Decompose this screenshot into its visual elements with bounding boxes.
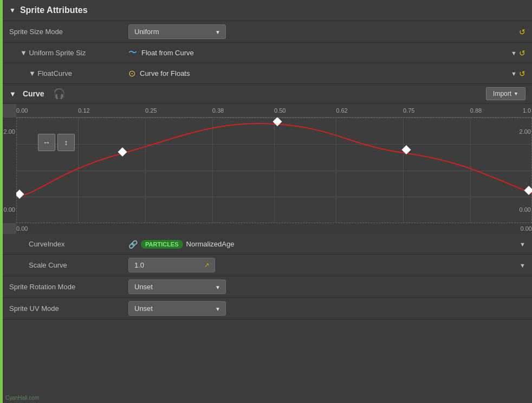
y-label-right-top: 2.00 — [520, 128, 531, 135]
sprite-uv-mode-label: Sprite UV Mode — [9, 304, 128, 313]
curve-index-row: CurveIndex 🔗 PARTICLES NormalizedAge ▼ — [3, 234, 532, 255]
scale-curve-row: Scale Curve 1.0 ↗ ▼ — [3, 255, 532, 276]
sprite-rotation-mode-dropdown[interactable]: Unset — [128, 280, 226, 294]
curve-path — [16, 123, 532, 196]
x-label-1: 1.0 — [523, 107, 531, 114]
sprite-uv-mode-dropdown[interactable]: Unset — [128, 301, 226, 316]
uniform-sprite-size-text: Uniform Sprite Siz — [29, 49, 86, 57]
curve-header-row: ▼ Curve 🎧 Import — [3, 84, 532, 104]
curve-index-text: NormalizedAge — [186, 240, 235, 248]
link-icon: 🔗 — [128, 240, 138, 249]
uniform-sprite-size-dropdown-icon[interactable]: ▼ — [511, 50, 517, 56]
x-label-088: 0.88 — [470, 107, 482, 114]
uniform-sprite-size-value: 〜 Float from Curve — [128, 47, 511, 58]
bottom-label-left: 0.00 — [16, 225, 28, 232]
float-from-curve-text: Float from Curve — [141, 49, 194, 57]
collapse-arrow-icon[interactable]: ▼ — [9, 6, 16, 14]
sprite-size-mode-row: Sprite Size Mode Uniform ↺ — [3, 21, 532, 43]
x-label-050: 0.50 — [274, 107, 286, 114]
float-curve-arrow[interactable]: ▼ — [29, 69, 37, 77]
curve-for-floats-text: Curve for Floats — [140, 69, 190, 77]
scale-curve-input[interactable]: 1.0 ↗ — [128, 258, 215, 272]
sprite-size-mode-label: Sprite Size Mode — [9, 28, 128, 36]
x-axis-labels: 0.00 0.12 0.25 0.38 0.50 0.62 0.75 0.88 … — [16, 104, 532, 118]
x-label-0: 0.00 — [16, 107, 28, 114]
graph-area[interactable]: 2.00 0.00 2.00 0.00 — [3, 118, 532, 223]
float-curve-dropdown-icon[interactable]: ▼ — [511, 70, 517, 77]
y-label-left-bottom: 0.00 — [4, 206, 15, 213]
curve-index-label: CurveIndex — [9, 240, 128, 248]
sprite-size-mode-reset-icon[interactable]: ↺ — [519, 28, 525, 36]
scale-curve-dropdown-icon[interactable]: ▼ — [520, 262, 525, 269]
bottom-label-right: 0.00 — [521, 225, 532, 232]
scale-curve-label: Scale Curve — [9, 261, 128, 269]
float-curve-icon: 〜 — [128, 47, 137, 58]
float-curve-value: ⊙ Curve for Floats — [128, 68, 511, 79]
main-panel: ▼ Sprite Attributes Sprite Size Mode Uni… — [0, 0, 532, 403]
sprite-uv-mode-dropdown-wrapper: Unset — [128, 301, 226, 316]
float-curve-label: ▼ FloatCurve — [9, 69, 128, 77]
x-label-062: 0.62 — [336, 107, 347, 114]
content-area: ▼ Sprite Attributes Sprite Size Mode Uni… — [3, 0, 532, 320]
watermark: CyanHall.com — [5, 395, 39, 401]
sprite-size-mode-value: Uniform — [128, 24, 519, 39]
scale-curve-value: 1.0 ↗ — [128, 258, 520, 272]
float-curve-reset-icon[interactable]: ↺ — [519, 69, 525, 78]
bottom-axis: 0.00 0.00 — [16, 223, 532, 234]
x-label-012: 0.12 — [78, 107, 89, 114]
sprite-attributes-header: ▼ Sprite Attributes — [3, 0, 532, 21]
particles-badge: PARTICLES — [141, 240, 183, 249]
y-axis-left: 2.00 0.00 — [3, 118, 16, 223]
section-title: Sprite Attributes — [20, 5, 88, 15]
sprite-rotation-mode-value: Unset — [128, 280, 525, 294]
uniform-sprite-size-row: ▼ Uniform Sprite Siz 〜 Float from Curve … — [3, 43, 532, 63]
float-curve-text: FloatCurve — [37, 69, 72, 77]
x-label-038: 0.38 — [212, 107, 224, 114]
zoom-vertical-button[interactable]: ↕ — [57, 134, 75, 151]
float-curve-row: ▼ FloatCurve ⊙ Curve for Floats ▼ ↺ — [3, 63, 532, 84]
y-label-right-bottom: 0.00 — [520, 206, 531, 213]
x-label-025: 0.25 — [145, 107, 157, 114]
sprite-size-mode-dropdown[interactable]: Uniform — [128, 24, 226, 39]
graph-canvas[interactable]: ↔ ↕ — [16, 118, 532, 223]
curve-for-floats-icon: ⊙ — [128, 68, 135, 79]
y-label-left-top: 2.00 — [4, 128, 15, 135]
sprite-rotation-mode-dropdown-wrapper: Unset — [128, 280, 226, 294]
curve-svg — [16, 118, 532, 223]
scale-curve-arrow-icon: ↗ — [204, 262, 209, 269]
x-label-075: 0.75 — [403, 107, 414, 114]
uniform-sprite-size-reset-icon[interactable]: ↺ — [519, 49, 525, 57]
sprite-uv-mode-value: Unset — [128, 301, 525, 316]
zoom-buttons-group: ↔ ↕ — [38, 134, 75, 151]
sprite-size-mode-dropdown-wrapper: Uniform — [128, 24, 226, 39]
scale-curve-text: 1.0 — [134, 261, 144, 269]
curve-index-value: 🔗 PARTICLES NormalizedAge — [128, 240, 520, 249]
curve-collapse-arrow[interactable]: ▼ — [9, 90, 16, 98]
sprite-uv-mode-row: Sprite UV Mode Unset — [3, 298, 532, 320]
curve-label: Curve — [23, 89, 44, 98]
sprite-rotation-mode-row: Sprite Rotation Mode Unset — [3, 276, 532, 298]
curve-editor[interactable]: 0.00 0.12 0.25 0.38 0.50 0.62 0.75 0.88 … — [3, 104, 532, 234]
curve-index-dropdown-icon[interactable]: ▼ — [520, 241, 525, 248]
headphone-icon: 🎧 — [53, 88, 65, 100]
zoom-horizontal-button[interactable]: ↔ — [38, 134, 55, 151]
sprite-rotation-mode-label: Sprite Rotation Mode — [9, 283, 128, 291]
import-button[interactable]: Import — [486, 87, 525, 100]
uniform-sprite-size-arrow[interactable]: ▼ — [20, 49, 29, 57]
uniform-sprite-size-label: ▼ Uniform Sprite Siz — [9, 49, 128, 57]
